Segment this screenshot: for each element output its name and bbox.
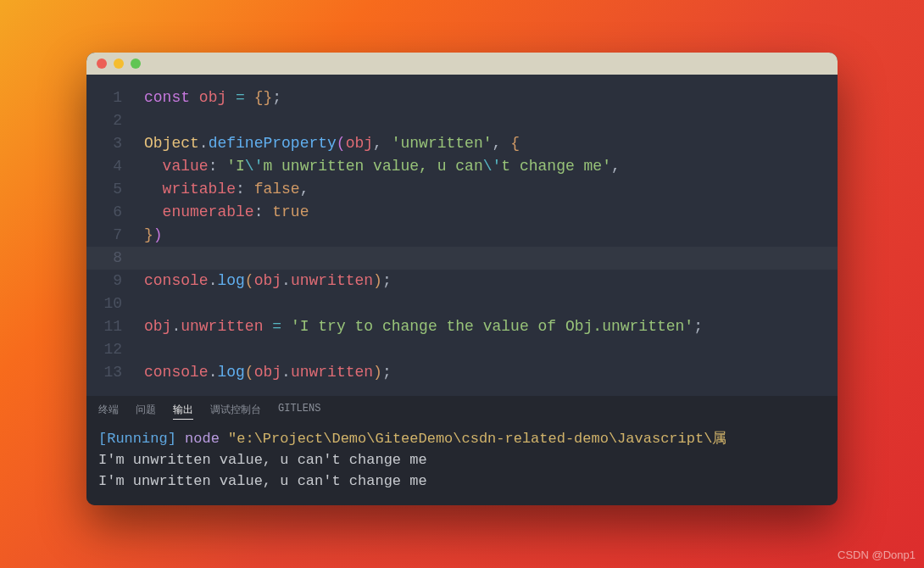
line-number: 4 [86,155,122,178]
code-line: console.log(obj.unwritten); [144,270,838,292]
close-icon[interactable] [97,58,107,69]
titlebar [86,53,838,75]
line-number: 7 [86,224,122,247]
line-number: 11 [86,315,122,338]
line-number: 1 [86,86,122,109]
output-line: I'm unwritten value, u can't change me [98,452,427,468]
tab-gitlens[interactable]: GITLENS [278,403,320,420]
code-line [144,292,838,315]
line-number: 13 [86,361,122,384]
zoom-icon[interactable] [131,58,141,69]
line-number: 12 [86,338,122,361]
line-number: 10 [86,292,122,315]
code-line [144,247,838,270]
tab-debug-console[interactable]: 调试控制台 [210,403,261,420]
output-panel[interactable]: [Running] node "e:\Project\Demo\GiteeDem… [86,425,838,505]
line-number: 3 [86,132,122,155]
code-line [144,338,838,361]
editor-window: 1 2 3 4 5 6 7 8 9 10 11 12 13 const obj … [86,53,838,505]
tab-output[interactable]: 输出 [173,403,193,420]
tab-problems[interactable]: 问题 [136,403,156,420]
line-number: 2 [86,109,122,132]
panel-tabs: 终端 问题 输出 调试控制台 GITLENS [86,396,838,425]
watermark: CSDN @Donp1 [838,549,916,561]
run-command: node [176,431,228,447]
code-area[interactable]: const obj = {}; Object.defineProperty(ob… [137,86,838,384]
line-number: 9 [86,270,122,292]
code-editor[interactable]: 1 2 3 4 5 6 7 8 9 10 11 12 13 const obj … [86,75,838,396]
code-line: const obj = {}; [144,86,838,109]
code-line: value: 'I\'m unwritten value, u can\'t c… [144,155,838,178]
code-line: console.log(obj.unwritten); [144,361,838,384]
run-tag: [Running] [98,431,176,447]
code-line: enumerable: true [144,201,838,224]
code-line: writable: false, [144,178,838,201]
code-line: Object.defineProperty(obj, 'unwritten', … [144,132,838,155]
line-number: 6 [86,201,122,224]
code-line [144,109,838,132]
output-line: I'm unwritten value, u can't change me [98,473,427,489]
line-number: 8 [86,247,122,270]
run-path: "e:\Project\Demo\GiteeDemo\csdn-related-… [228,431,726,447]
code-line: obj.unwritten = 'I try to change the val… [144,315,838,338]
line-gutter: 1 2 3 4 5 6 7 8 9 10 11 12 13 [86,86,137,384]
code-line: }) [144,224,838,247]
minimize-icon[interactable] [114,58,124,69]
tab-terminal[interactable]: 终端 [98,403,119,420]
line-number: 5 [86,178,122,201]
